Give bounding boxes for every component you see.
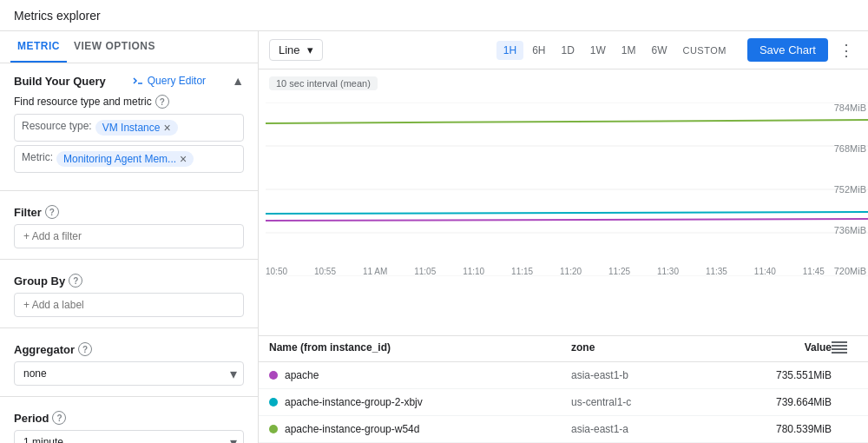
build-query-section: Build Your Query Query Editor ▲ Find res…	[0, 63, 258, 187]
x-axis-labels: 10:50 10:55 11 AM 11:05 11:10 11:15 11:2…	[266, 267, 825, 276]
svg-rect-8	[832, 341, 847, 343]
chart-badge: 10 sec interval (mean)	[269, 76, 378, 90]
metric-chip[interactable]: Monitoring Agent Mem... ×	[56, 151, 194, 167]
metric-row: Metric: Monitoring Agent Mem... ×	[14, 145, 244, 173]
query-editor-button[interactable]: Query Editor	[132, 75, 206, 87]
svg-line-5	[266, 120, 868, 123]
metric-chip-close[interactable]: ×	[180, 153, 187, 165]
divider-3	[0, 327, 258, 328]
time-btn-6h[interactable]: 6H	[525, 41, 552, 60]
time-btn-1w[interactable]: 1W	[583, 41, 613, 60]
row-2-dot	[269, 425, 278, 433]
svg-rect-10	[832, 348, 847, 350]
group-by-title: Group By	[14, 274, 65, 288]
time-btn-1h[interactable]: 1H	[496, 41, 523, 60]
tab-metric[interactable]: METRIC	[10, 31, 67, 63]
table-icon	[832, 341, 847, 354]
chart-area: 10 sec interval (mean)	[259, 69, 868, 335]
svg-line-6	[266, 212, 868, 214]
aggregator-help-icon[interactable]: ?	[78, 342, 92, 356]
period-title: Period	[14, 412, 49, 425]
chart-type-chevron-icon: ▾	[307, 43, 313, 56]
right-panel: Line ▾ 1H 6H 1D 1W 1M 6W CUSTOM Save Cha…	[259, 31, 868, 443]
resource-type-chip-close[interactable]: ×	[163, 122, 170, 134]
filter-help-icon[interactable]: ?	[45, 205, 59, 219]
resource-type-row: Resource type: VM Instance ×	[14, 114, 244, 142]
aggregator-section: Aggregator ? none ▾	[0, 332, 258, 393]
group-by-input[interactable]	[14, 293, 244, 317]
divider-4	[0, 396, 258, 397]
main-layout: METRIC VIEW OPTIONS Build Your Query Que…	[0, 31, 868, 443]
find-resource-group: Find resource type and metric ? Resource…	[14, 95, 244, 173]
metric-label: Metric:	[22, 151, 53, 163]
row-0-name: apache	[269, 369, 571, 381]
top-bar: Metrics explorer	[0, 0, 868, 31]
aggregator-select[interactable]: none	[14, 361, 244, 386]
resource-type-label: Resource type:	[22, 120, 92, 132]
col-header-icon	[832, 341, 858, 356]
row-1-dot	[269, 398, 278, 407]
row-2-name: apache-instance-group-w54d	[269, 423, 571, 435]
period-select[interactable]: 1 minute	[14, 430, 244, 443]
row-0-zone: asia-east1-b	[571, 369, 727, 381]
svg-rect-11	[832, 352, 847, 354]
aggregator-select-row: none ▾	[14, 361, 244, 386]
aggregator-title: Aggregator	[14, 343, 75, 356]
query-editor-icon	[132, 75, 144, 87]
filter-title: Filter	[14, 206, 42, 219]
table-header: Name (from instance_id) zone Value	[259, 336, 868, 362]
chart-type-label: Line	[279, 43, 300, 56]
table-row: apache-instance-group-w54d asia-east1-a …	[259, 416, 868, 443]
chart-toolbar: Line ▾ 1H 6H 1D 1W 1M 6W CUSTOM Save Cha…	[259, 31, 868, 69]
divider-1	[0, 190, 258, 191]
chart-type-select[interactable]: Line ▾	[269, 39, 323, 61]
more-options-button[interactable]: ⋮	[835, 39, 858, 62]
col-header-name: Name (from instance_id)	[269, 341, 571, 356]
filter-section: Filter ?	[0, 195, 258, 255]
divider-2	[0, 259, 258, 260]
page-title: Metrics explorer	[14, 9, 101, 23]
row-1-zone: us-central1-c	[571, 396, 727, 408]
tab-view-options[interactable]: VIEW OPTIONS	[67, 31, 162, 63]
left-panel: METRIC VIEW OPTIONS Build Your Query Que…	[0, 31, 259, 443]
chart-svg	[266, 102, 868, 276]
row-0-dot	[269, 371, 278, 380]
group-by-section: Group By ?	[0, 263, 258, 324]
row-1-value: 739.664MiB	[727, 396, 832, 408]
find-resource-help-icon[interactable]: ?	[155, 95, 169, 109]
row-1-name: apache-instance-group-2-xbjv	[269, 396, 571, 408]
time-range-group: 1H 6H 1D 1W 1M 6W CUSTOM	[496, 41, 733, 60]
period-section: Period ? 1 minute ▾	[0, 400, 258, 443]
y-axis-labels: 784MiB 768MiB 752MiB 736MiB 720MiB	[834, 102, 866, 276]
table-row: apache asia-east1-b 735.551MiB	[259, 362, 868, 389]
group-by-help-icon[interactable]: ?	[69, 274, 82, 288]
find-resource-label: Find resource type and metric	[14, 96, 152, 108]
svg-line-7	[266, 219, 868, 221]
time-btn-1m[interactable]: 1M	[615, 41, 643, 60]
time-btn-6w[interactable]: 6W	[644, 41, 674, 60]
tabs-row: METRIC VIEW OPTIONS	[0, 31, 258, 63]
period-select-row: 1 minute ▾	[14, 430, 244, 443]
chart-canvas: 784MiB 768MiB 752MiB 736MiB 720MiB 10:50…	[259, 94, 868, 276]
table-row: apache-instance-group-2-xbjv us-central1…	[259, 389, 868, 416]
row-2-zone: asia-east1-a	[571, 423, 727, 435]
data-table: Name (from instance_id) zone Value apach	[259, 335, 868, 443]
time-btn-custom[interactable]: CUSTOM	[675, 42, 733, 59]
row-2-value: 780.539MiB	[727, 423, 832, 435]
build-query-header: Build Your Query Query Editor ▲	[14, 74, 244, 88]
period-help-icon[interactable]: ?	[52, 411, 66, 425]
build-query-title: Build Your Query	[14, 75, 106, 88]
collapse-icon[interactable]: ▲	[232, 74, 244, 88]
col-header-value: Value	[727, 341, 832, 356]
svg-rect-9	[832, 345, 847, 347]
row-0-value: 735.551MiB	[727, 369, 832, 381]
col-header-zone: zone	[571, 341, 727, 356]
resource-type-chip[interactable]: VM Instance ×	[95, 120, 178, 136]
save-chart-button[interactable]: Save Chart	[747, 38, 828, 62]
time-btn-1d[interactable]: 1D	[554, 41, 581, 60]
filter-input[interactable]	[14, 224, 244, 248]
